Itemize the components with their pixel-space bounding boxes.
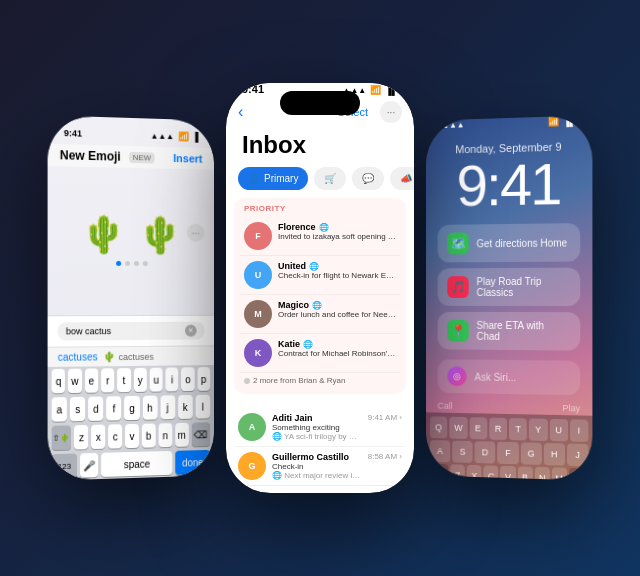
tab-promo[interactable]: 📣	[390, 167, 414, 190]
emoji-cactus-2[interactable]: 🌵	[138, 217, 182, 253]
email-aditi[interactable]: A Aditi Jain Something exciting 🌐 YA sci…	[234, 408, 406, 447]
email-katie[interactable]: K Katie 🌐 Contract for Michael Robinson'…	[240, 334, 400, 373]
ai-icon-3: 🌐	[312, 301, 322, 310]
lock-key-X[interactable]: X	[467, 465, 482, 481]
key-z[interactable]: z	[74, 425, 88, 450]
key-p[interactable]: p	[197, 367, 210, 391]
lock-key-Q[interactable]: Q	[430, 416, 448, 438]
autocomplete-word[interactable]: cactuses	[58, 351, 98, 363]
gmail-more-button[interactable]: ···	[380, 101, 402, 123]
key-y[interactable]: y	[133, 368, 146, 392]
key-k[interactable]: k	[178, 395, 193, 419]
key-f[interactable]: f	[106, 396, 121, 420]
widget-music[interactable]: 🎵 Play Road Trip Classics	[438, 268, 581, 306]
lock-key-I[interactable]: I	[570, 419, 589, 442]
key-done[interactable]: done	[175, 450, 210, 475]
lock-key-C[interactable]: C	[484, 465, 499, 480]
key-u[interactable]: u	[150, 368, 163, 392]
key-r[interactable]: r	[101, 368, 114, 392]
key-e[interactable]: e	[85, 368, 98, 392]
lock-key-D[interactable]: D	[475, 441, 496, 463]
tab-shopping[interactable]: 🛒	[314, 167, 346, 190]
lock-key-W[interactable]: W	[449, 417, 467, 439]
key-c[interactable]: c	[108, 424, 122, 448]
key-j[interactable]: j	[160, 395, 175, 419]
gmail-time: 9:41	[242, 83, 264, 95]
lock-key-S[interactable]: S	[452, 441, 473, 463]
key-o[interactable]: o	[181, 367, 194, 391]
key-v[interactable]: v	[125, 424, 139, 448]
emoji-cactus-1[interactable]: 🌵	[81, 216, 126, 253]
key-n[interactable]: n	[158, 423, 172, 447]
lock-wifi: 📶	[548, 116, 559, 126]
lock-key-Y[interactable]: Y	[529, 418, 547, 441]
gmail-back-button[interactable]: ‹	[238, 103, 243, 121]
autocomplete-emoji: 🌵	[104, 351, 116, 362]
key-i[interactable]: i	[166, 367, 179, 391]
key-b[interactable]: b	[142, 423, 156, 447]
widget-directions[interactable]: 🗺️ Get directions Home	[438, 223, 581, 262]
sender-united: United 🌐	[278, 261, 396, 271]
emoji-search-input[interactable]: bow cactus ✕	[58, 322, 205, 341]
gmail-battery: ▐▌	[385, 85, 398, 95]
key-delete[interactable]: ⌫	[191, 422, 210, 446]
more-from[interactable]: 2 more from Brian & Ryan	[240, 373, 400, 388]
tab-primary[interactable]: 👤 Primary	[238, 167, 308, 190]
lock-key-A[interactable]: A	[430, 440, 450, 462]
siri-bar[interactable]: ◎ Ask Siri...	[438, 359, 581, 395]
key-h[interactable]: h	[142, 396, 157, 420]
clear-search-button[interactable]: ✕	[185, 325, 197, 337]
email-guillermo[interactable]: G Guillermo Castillo Check-in 🌐 Next maj…	[234, 447, 406, 485]
lock-screen: ▲▲▲ 📶 ▐▌ Monday, September 9 9:41 🗺️ Get…	[426, 115, 592, 480]
tab-chat[interactable]: 💬	[352, 167, 384, 190]
emoji-more-button[interactable]: ···	[187, 224, 204, 242]
lock-key-Z[interactable]: Z	[450, 464, 465, 480]
lock-key-row-3: ⇧ Z X C V B N M ⌫	[430, 464, 588, 481]
key-shift[interactable]: ⇧🌵	[52, 425, 72, 450]
email-magico[interactable]: M Magico 🌐 Order lunch and coffee for Ne…	[240, 295, 400, 334]
autocomplete-label: cactuses	[119, 351, 154, 361]
lock-key-B[interactable]: B	[517, 466, 532, 480]
battery-icon: ▐	[192, 132, 198, 142]
tab-promo-icon: 📣	[400, 173, 412, 184]
lock-key-R[interactable]: R	[489, 418, 507, 440]
key-x[interactable]: x	[91, 425, 105, 449]
key-t[interactable]: t	[117, 368, 130, 392]
more-dot	[244, 378, 250, 384]
key-numbers[interactable]: 123	[52, 453, 78, 478]
lock-key-E[interactable]: E	[469, 417, 487, 439]
lock-key-shift[interactable]: ⇧	[430, 464, 449, 481]
lock-key-J[interactable]: J	[567, 443, 588, 466]
key-space[interactable]: space	[101, 451, 172, 477]
key-w[interactable]: w	[68, 369, 81, 393]
key-q[interactable]: q	[52, 369, 66, 394]
key-g[interactable]: g	[125, 396, 140, 420]
email-content-katie: Katie 🌐 Contract for Michael Robinson's …	[278, 339, 396, 358]
key-mic[interactable]: 🎤	[80, 453, 98, 478]
compose-button[interactable]: ✏	[378, 492, 402, 493]
lock-key-N[interactable]: N	[534, 467, 549, 481]
key-row-3: ⇧🌵 z x c v b n m ⌫	[48, 420, 214, 452]
lock-key-M[interactable]: M	[552, 467, 567, 480]
autocomplete-cactus[interactable]: 🌵 cactuses	[104, 350, 205, 362]
lock-key-delete[interactable]: ⌫	[569, 468, 588, 481]
lock-key-U[interactable]: U	[549, 419, 567, 442]
email-united[interactable]: U United 🌐 Check-in for flight to Newark…	[240, 256, 400, 295]
lock-key-G[interactable]: G	[520, 442, 541, 465]
tab-chat-icon: 💬	[362, 173, 374, 184]
widget-eta[interactable]: 📍 Share ETA with Chad	[438, 312, 581, 351]
lock-key-T[interactable]: T	[509, 418, 527, 440]
email-florence[interactable]: F Florence 🌐 Invited to izakaya soft ope…	[240, 217, 400, 256]
lock-keyboard: Q W E R T Y U I A S D F G H J	[426, 412, 592, 480]
key-d[interactable]: d	[88, 396, 103, 420]
lock-key-F[interactable]: F	[498, 442, 519, 465]
phone-right: ▲▲▲ 📶 ▐▌ Monday, September 9 9:41 🗺️ Get…	[426, 115, 592, 480]
email-content-magico: Magico 🌐 Order lunch and coffee for Neet…	[278, 300, 396, 319]
key-m[interactable]: m	[175, 423, 189, 447]
key-l[interactable]: l	[196, 395, 211, 419]
key-s[interactable]: s	[70, 397, 85, 422]
lock-key-V[interactable]: V	[501, 466, 516, 481]
insert-button[interactable]: Insert	[173, 152, 202, 165]
lock-key-H[interactable]: H	[544, 443, 565, 466]
key-a[interactable]: a	[52, 397, 67, 422]
